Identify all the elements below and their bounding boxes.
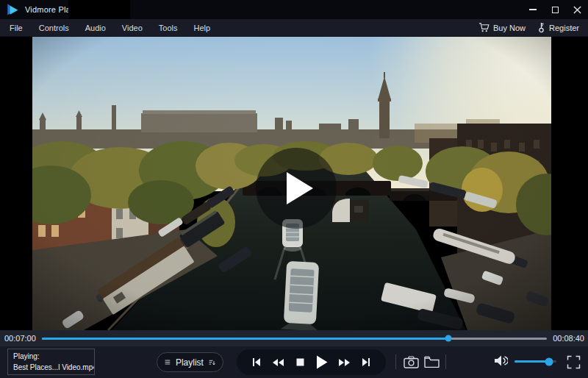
play-overlay-button[interactable]: [256, 148, 337, 229]
play-button[interactable]: [314, 354, 330, 371]
volume-slider-knob[interactable]: [545, 357, 553, 365]
next-button[interactable]: [358, 354, 374, 371]
app-logo-icon: [5, 2, 20, 17]
now-playing-box: Playing: Best Places...l Video.mp4: [7, 349, 95, 375]
minimize-icon: [529, 9, 537, 10]
titlebar: Vidmore Player: [0, 0, 588, 19]
maximize-icon: [552, 7, 559, 13]
volume-icon: [494, 354, 508, 367]
fast-forward-icon: [338, 358, 351, 367]
register-label: Register: [549, 24, 579, 32]
rewind-icon: [272, 358, 284, 367]
volume-slider[interactable]: [514, 360, 556, 363]
open-file-icon: [424, 356, 440, 368]
buy-now-label: Buy Now: [493, 24, 526, 32]
seek-bar-fill: [42, 338, 448, 340]
seek-bar-knob[interactable]: [445, 335, 452, 342]
previous-icon: [252, 357, 261, 367]
control-bar: Playing: Best Places...l Video.mp4 Playl…: [0, 346, 588, 378]
next-icon: [362, 357, 370, 367]
volume-slider-fill: [514, 360, 549, 363]
close-button[interactable]: [566, 0, 588, 19]
fullscreen-icon: [567, 355, 581, 369]
playlist-list-icon: [165, 358, 171, 366]
rewind-button[interactable]: [270, 354, 287, 371]
maximize-button[interactable]: [544, 0, 566, 19]
playlist-label: Playlist: [176, 357, 204, 368]
playlist-button[interactable]: Playlist: [157, 352, 223, 372]
menu-file[interactable]: File: [1, 19, 31, 37]
progress-row: 00:07:00 00:08:40: [0, 330, 588, 346]
stop-icon: [296, 358, 304, 366]
play-icon: [316, 355, 328, 369]
buy-now-button[interactable]: Buy Now: [473, 19, 531, 37]
divider: [395, 354, 396, 369]
minimize-button[interactable]: [522, 0, 544, 19]
playlist-sort-icon: [209, 358, 215, 367]
snapshot-icon: [404, 356, 419, 368]
now-playing-label: Playing:: [13, 351, 89, 362]
register-button[interactable]: Register: [531, 19, 585, 37]
menu-controls[interactable]: Controls: [31, 19, 77, 37]
snapshot-button[interactable]: [401, 353, 420, 371]
menu-help[interactable]: Help: [185, 19, 218, 37]
cart-icon: [478, 23, 490, 32]
volume-button[interactable]: [494, 354, 509, 369]
key-icon: [537, 22, 545, 33]
stop-button[interactable]: [293, 354, 309, 371]
menu-video[interactable]: Video: [114, 19, 151, 37]
open-file-button[interactable]: [422, 353, 441, 371]
total-time: 00:08:40: [553, 334, 584, 343]
divider: [445, 354, 446, 369]
previous-button[interactable]: [248, 354, 265, 371]
vidmore-player-window: Vidmore Player File Controls Audio Video…: [0, 0, 588, 378]
fast-forward-button[interactable]: [336, 354, 352, 371]
seek-bar[interactable]: [42, 338, 547, 340]
now-playing-file: Best Places...l Video.mp4: [13, 362, 89, 373]
menu-tools[interactable]: Tools: [151, 19, 186, 37]
menubar: File Controls Audio Video Tools Help Buy…: [0, 19, 588, 37]
close-icon: [573, 6, 581, 14]
video-area[interactable]: [0, 37, 588, 330]
elapsed-time: 00:07:00: [4, 334, 36, 343]
fullscreen-button[interactable]: [564, 354, 582, 370]
transport-controls: [237, 349, 386, 375]
play-overlay-icon: [287, 172, 313, 204]
menu-audio[interactable]: Audio: [77, 19, 114, 37]
titlebar-redacted-area: [68, 0, 130, 19]
